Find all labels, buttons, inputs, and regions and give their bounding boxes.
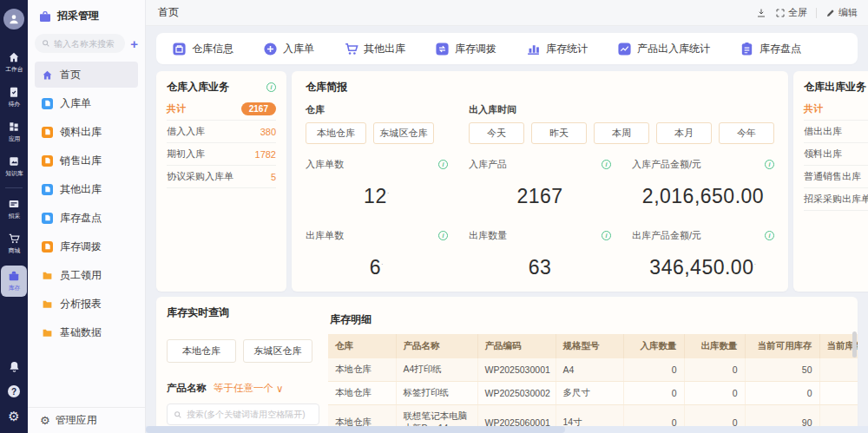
tab-inbound-order[interactable]: 入库单: [263, 42, 314, 56]
folder-icon: [42, 299, 53, 310]
table-vertical-scrollbar[interactable]: [852, 331, 857, 427]
edit-icon: [825, 8, 836, 18]
download-button[interactable]: [756, 8, 766, 18]
table-title: 库存明细: [330, 312, 858, 327]
sidebar-item-home[interactable]: 首页: [35, 62, 138, 88]
info-icon[interactable]: i: [602, 231, 611, 240]
total-label: 共计: [167, 102, 186, 115]
info-icon[interactable]: i: [765, 231, 774, 240]
download-icon: [756, 8, 766, 18]
tab-warehouse-info[interactable]: 仓库信息: [172, 42, 233, 56]
sidebar-item-material-outbound[interactable]: 领料出库: [35, 119, 138, 145]
warehouse-filter-group: 仓库 本地仓库 东城区仓库: [306, 103, 434, 144]
info-icon[interactable]: i: [765, 160, 774, 169]
col-header[interactable]: 产品编码: [477, 334, 556, 358]
time-option-button[interactable]: 昨天: [531, 122, 587, 144]
stat-row: 普通销售出库 30: [804, 166, 868, 188]
sidebar-search[interactable]: [35, 34, 125, 53]
time-option-button[interactable]: 今年: [719, 122, 774, 144]
tab-label: 入库单: [283, 42, 314, 56]
rail-item-mall[interactable]: 商城: [1, 233, 27, 255]
horizontal-scrollbar[interactable]: [146, 426, 868, 433]
tab-stock-statistics[interactable]: 库存统计: [526, 42, 588, 56]
rail-item-apps[interactable]: 应用: [1, 121, 27, 143]
tab-other-outbound[interactable]: 其他出库: [344, 42, 405, 56]
sidebar-item-inbound-order[interactable]: 入库单: [35, 90, 138, 116]
main-area: 首页 全屏 编辑 仓库信息: [146, 0, 868, 433]
app-logo-briefcase-icon: [38, 10, 52, 23]
sidebar-item-employee-claim[interactable]: 员工领用: [35, 262, 138, 288]
keyword-search[interactable]: [167, 403, 319, 425]
info-icon[interactable]: i: [438, 231, 448, 240]
info-icon[interactable]: i: [602, 160, 611, 169]
sidebar-search-input[interactable]: [54, 39, 115, 49]
sidebar-item-base-data[interactable]: 基础数据: [35, 319, 138, 345]
help-icon[interactable]: ?: [8, 385, 20, 397]
sidebar-item-label: 库存调拨: [60, 239, 102, 254]
topbar-divider: [816, 8, 817, 18]
rail-item-inventory-active[interactable]: 库存: [1, 266, 27, 297]
table-row[interactable]: 本地仓库标签打印纸WP2025030002多尺寸 000: [328, 382, 858, 405]
col-header[interactable]: 入库数量: [623, 334, 684, 358]
col-header[interactable]: 产品名称: [396, 334, 477, 358]
stat-label: 入库产品金额/元: [632, 158, 701, 171]
edit-button[interactable]: 编辑: [825, 6, 858, 19]
add-button[interactable]: +: [130, 37, 138, 50]
sidebar-item-stocktake[interactable]: 库存盘点: [35, 205, 138, 231]
stat-value: 63: [469, 256, 611, 279]
col-header[interactable]: 当前可用库存: [745, 334, 819, 358]
stat-outbound-quantity: 出库数量i 63: [469, 229, 611, 279]
row-label: 借出出库: [804, 125, 842, 138]
tab-stocktake[interactable]: 库存盘点: [740, 42, 801, 56]
bell-icon[interactable]: [8, 360, 21, 373]
briefcase-icon: [8, 270, 20, 282]
rail-bottom: ? ⚙: [8, 360, 21, 433]
avatar[interactable]: [3, 9, 24, 30]
sidebar-item-sales-outbound[interactable]: 销售出库: [35, 148, 138, 174]
scrollbar-thumb[interactable]: [146, 426, 565, 433]
sidebar: 招采管理 + 首页 入库单 领料出库 销售出库 其他出库: [28, 0, 146, 433]
rail-item-workbench[interactable]: 工作台: [1, 51, 27, 74]
sidebar-item-stock-transfer[interactable]: 库存调拨: [35, 233, 138, 259]
keyword-search-input[interactable]: [187, 410, 312, 419]
row-value: 1782: [255, 149, 276, 160]
info-icon[interactable]: i: [438, 160, 448, 169]
col-header[interactable]: 出库数量: [684, 334, 745, 358]
rail-item-knowledge[interactable]: 知识库: [1, 155, 27, 178]
warehouse-option-button[interactable]: 东城区仓库: [243, 339, 312, 363]
stat-value: 12·: [306, 185, 448, 208]
operator-dropdown[interactable]: 等于任意一个 ∨: [214, 382, 283, 395]
inbound-business-card: 仓库入库业务 i 共计 2167 借入入库 380 期初入库 1782: [156, 71, 286, 292]
inventory-query-card: 库存实时查询 本地仓库 东城区仓库 产品名称 等于任意一个 ∨: [156, 297, 858, 433]
info-icon[interactable]: i: [266, 82, 276, 92]
sidebar-item-label: 基础数据: [60, 325, 102, 340]
time-option-button[interactable]: 本月: [656, 122, 712, 144]
row-label: 招采采购出库单: [804, 193, 868, 206]
time-option-button[interactable]: 今天: [469, 122, 524, 144]
sidebar-item-label: 销售出库: [60, 154, 102, 168]
rail-item-todo[interactable]: 待办: [1, 86, 27, 108]
tab-label: 库存调拨: [455, 42, 496, 56]
tab-label: 库存盘点: [760, 42, 801, 56]
fullscreen-button[interactable]: 全屏: [775, 6, 807, 19]
col-header[interactable]: 规格型号: [556, 334, 623, 358]
rail-item-procurement[interactable]: 招采: [1, 198, 27, 220]
gear-icon[interactable]: ⚙: [8, 410, 19, 423]
table-header-row: 仓库 产品名称 产品编码 规格型号 入库数量 出库数量 当前可用库存 当前库存金…: [328, 334, 858, 358]
manage-apps-button[interactable]: ⚙ 管理应用: [28, 407, 145, 433]
sidebar-item-analysis-report[interactable]: 分析报表: [35, 291, 138, 317]
tab-product-inout-statistics[interactable]: 产品出入库统计: [617, 42, 710, 56]
table-row[interactable]: 本地仓库A4打印纸WP2025030001A4 005025: [328, 358, 858, 382]
clipboard-icon: [740, 42, 754, 56]
warehouse-option-button[interactable]: 本地仓库: [167, 339, 236, 363]
warehouse-option-button[interactable]: 本地仓库: [306, 122, 366, 144]
time-option-button[interactable]: 本周: [594, 122, 649, 144]
col-header[interactable]: 仓库: [328, 334, 396, 358]
sidebar-item-other-outbound[interactable]: 其他出库: [35, 176, 138, 202]
stat-label: 出库单数: [306, 229, 344, 242]
sidebar-item-label: 领料出库: [60, 125, 102, 140]
folder-icon: [42, 327, 53, 338]
warehouse-option-button[interactable]: 东城区仓库: [373, 122, 434, 144]
stat-label: 出库产品金额/元: [632, 229, 701, 242]
tab-stock-transfer[interactable]: 库存调拨: [435, 42, 496, 56]
